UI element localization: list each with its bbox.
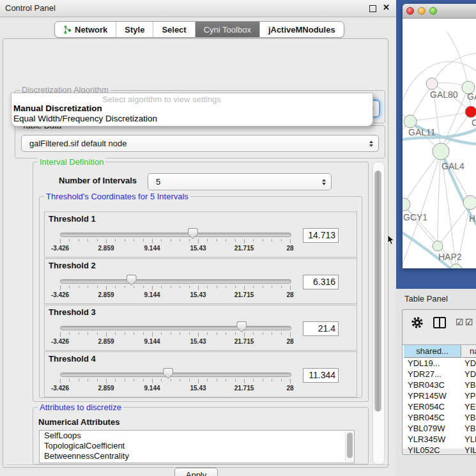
slider-track[interactable] [60, 233, 291, 237]
network-canvas[interactable]: GAL80GACGAL11GAL4GCY1HHAP2 [403, 18, 476, 268]
slider-tick-label: -3.426 [41, 338, 79, 345]
slider-tick-label: -3.426 [41, 385, 79, 392]
panel-title: Control Panel [5, 0, 56, 17]
attribute-item-betweennesscentrality[interactable]: BetweennessCentrality [40, 451, 354, 461]
slider-thumb[interactable] [188, 228, 198, 239]
table-panel: Table Panel ☑ ☑ shared... na YDL19...YDL… [396, 289, 476, 476]
attribute-item-selfloops[interactable]: SelfLoops [40, 431, 354, 441]
slider-tick [189, 286, 190, 288]
algorithm-item-manual-discretization[interactable]: Manual Discretization [13, 104, 102, 113]
threshold-value-field[interactable]: 14.713 [303, 228, 339, 243]
tab-label: Select [162, 25, 186, 35]
slider-tick [60, 332, 61, 337]
slider-tick [226, 239, 226, 242]
combo-stepper-icon[interactable] [322, 179, 326, 185]
tab-select[interactable]: Select [153, 22, 195, 37]
slider-tick [97, 332, 98, 335]
threshold-value-field[interactable]: 11.344 [303, 368, 339, 383]
column-header-name[interactable]: na [462, 345, 476, 358]
slider-tick [244, 239, 245, 243]
table-row-ybr045c[interactable]: YBR045CYBR0 [404, 413, 476, 424]
network-node-gcy1[interactable] [403, 198, 410, 211]
tab-style[interactable]: Style [116, 22, 153, 37]
tab-network[interactable]: Network [55, 22, 116, 37]
algorithm-placeholder-item[interactable]: Select algorithm to view settings [12, 95, 312, 104]
slider-tick [290, 239, 291, 243]
node-label: GAL4 [441, 161, 464, 171]
slider-tick [143, 332, 144, 335]
numerical-attributes-list[interactable]: SelfLoopsTopologicalCoefficientBetweenne… [39, 430, 355, 463]
combo-stepper-icon[interactable] [369, 141, 373, 147]
cell-name: YLR3 [464, 434, 476, 444]
slider-track[interactable] [60, 326, 291, 330]
slider-track[interactable] [60, 372, 291, 377]
slider-tick [60, 239, 61, 243]
slider-tick [253, 332, 254, 335]
threshold-value-field[interactable]: 21.4 [303, 321, 339, 336]
slider-tick [263, 286, 263, 288]
mac-zoom-icon[interactable] [429, 7, 437, 15]
table-data-combobox[interactable]: galFiltered.sif default node [21, 135, 379, 152]
cell-shared-name: YBR045C [408, 413, 445, 422]
tab-cyni-toolbox[interactable]: Cyni Toolbox [196, 22, 260, 37]
settings-scrollbar-thumb[interactable] [374, 171, 381, 411]
apply-button[interactable]: Apply [174, 468, 218, 476]
close-icon[interactable]: ✕ [383, 3, 390, 12]
slider-tick [125, 286, 125, 288]
table-row-ybl079w[interactable]: YBL079WYBL0 [404, 424, 476, 434]
attributes-scrollbar-thumb[interactable] [347, 433, 353, 458]
node-table: shared... na YDL19...YDL1YDR27...YDR2YBR… [403, 344, 476, 449]
table-row-ydl19[interactable]: YDL19...YDL1 [404, 358, 476, 369]
checkbox-icon[interactable]: ☑ [465, 318, 473, 326]
float-window-icon[interactable] [369, 5, 376, 12]
slider-tick [60, 379, 61, 383]
algorithm-item-equal-width-frequency[interactable]: Equal Width/Frequency Discretization [13, 114, 157, 123]
table-row-ylr345w[interactable]: YLR345WYLR3 [404, 434, 476, 445]
network-node-gal4[interactable] [433, 143, 449, 160]
network-node-c[interactable] [465, 106, 476, 118]
tab-jactivemnodules[interactable]: jActiveMNodules [260, 22, 344, 37]
column-header-shared-name[interactable]: shared... [404, 345, 461, 358]
settings-scrollbar[interactable] [372, 162, 385, 464]
network-node-gal80[interactable] [426, 78, 438, 89]
slider-tick [180, 332, 180, 335]
slider-thumb[interactable] [127, 275, 137, 286]
slider-tick [226, 379, 226, 381]
table-row-ybr043c[interactable]: YBR043CYBR0 [404, 380, 476, 391]
gear-icon[interactable] [411, 316, 424, 329]
network-node-h[interactable] [463, 196, 476, 210]
slider-thumb[interactable] [236, 321, 247, 332]
slider-track[interactable] [60, 279, 291, 284]
threshold-panel-1: Threshold 1-3.4262.8599.14415.4321.71528… [44, 211, 357, 257]
slider-tick [290, 332, 291, 337]
slider-tick [171, 379, 171, 381]
checkbox-icon[interactable]: ☑ [456, 318, 464, 326]
table-row-ypr145w[interactable]: YPR145WYPR1 [404, 391, 476, 402]
threshold-value-field[interactable]: 6.316 [303, 275, 339, 289]
slider-thumb[interactable] [163, 368, 173, 379]
number-of-intervals-combobox[interactable]: 5 [148, 173, 332, 190]
slider-tick [235, 286, 236, 288]
column-view-icon[interactable] [433, 317, 446, 328]
network-node-hap2[interactable] [433, 241, 443, 251]
slider-tick [281, 332, 282, 335]
table-row-yer054c[interactable]: YER054CYER0 [404, 402, 476, 413]
network-window-titlebar[interactable] [403, 4, 476, 19]
mac-close-icon[interactable] [406, 7, 414, 15]
mac-minimize-icon[interactable] [418, 7, 426, 15]
slider-tick [217, 239, 217, 242]
network-view-window: GAL80GACGAL11GAL4GCY1HHAP2 [403, 4, 476, 268]
attribute-item-topologicalcoefficient[interactable]: TopologicalCoefficient [40, 441, 354, 451]
cell-name: YIL0 [464, 445, 476, 455]
slider-tick [97, 239, 98, 242]
slider-tick [134, 239, 134, 242]
attributes-scrollbar[interactable] [345, 431, 353, 462]
slider-tick [253, 286, 254, 288]
table-row-ydr27[interactable]: YDR27...YDR2 [404, 369, 476, 380]
slider-tick [235, 332, 236, 335]
network-node-gal11[interactable] [404, 115, 417, 128]
control-panel-titlebar: Control Panel ✕ [0, 0, 396, 17]
slider-tick-label: 9.144 [133, 291, 171, 298]
table-row-yil052c[interactable]: YIL052CYIL0 [404, 445, 476, 455]
slider-tick [226, 286, 226, 288]
